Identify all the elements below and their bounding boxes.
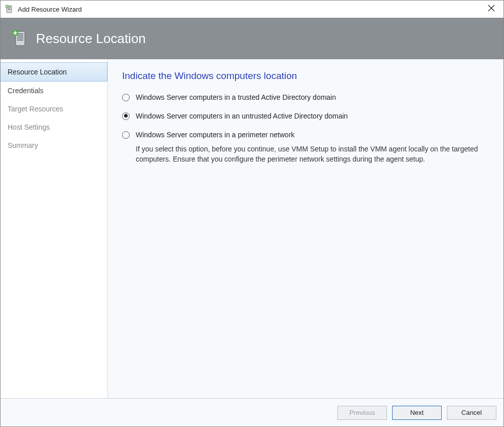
radio-icon [122, 94, 130, 101]
wizard-sidebar: Resource Location Credentials Target Res… [1, 59, 108, 398]
radio-option-trusted-domain[interactable]: Windows Server computers in a trusted Ac… [122, 93, 489, 102]
radio-label: Windows Server computers in a perimeter … [136, 130, 295, 140]
cancel-button[interactable]: Cancel [447, 406, 496, 420]
svg-rect-9 [17, 40, 23, 41]
svg-rect-7 [17, 35, 23, 36]
titlebar: Add Resource Wizard [1, 1, 503, 18]
sidebar-step-summary[interactable]: Summary [1, 136, 107, 154]
radio-icon [122, 112, 130, 120]
banner-heading: Resource Location [36, 31, 146, 47]
radio-option-perimeter-network[interactable]: Windows Server computers in a perimeter … [122, 130, 489, 140]
sidebar-step-host-settings[interactable]: Host Settings [1, 118, 107, 136]
radio-label: Windows Server computers in an untrusted… [136, 111, 348, 121]
perimeter-help-text: If you select this option, before you co… [136, 144, 489, 165]
wizard-banner: Resource Location [1, 18, 503, 59]
app-server-icon [5, 5, 14, 14]
wizard-body: Resource Location Credentials Target Res… [1, 59, 503, 398]
close-icon [488, 5, 495, 14]
wizard-footer: Previous Next Cancel [1, 398, 503, 426]
sidebar-step-target-resources[interactable]: Target Resources [1, 100, 107, 118]
svg-rect-8 [17, 37, 23, 38]
svg-rect-2 [8, 8, 11, 9]
svg-rect-3 [8, 9, 11, 10]
close-button[interactable] [481, 2, 501, 16]
radio-icon [122, 131, 130, 139]
banner-server-icon [11, 29, 29, 48]
radio-label: Windows Server computers in a trusted Ac… [136, 93, 336, 102]
next-button[interactable]: Next [392, 406, 442, 420]
window-title: Add Resource Wizard [18, 6, 481, 13]
radio-option-untrusted-domain[interactable]: Windows Server computers in an untrusted… [122, 111, 489, 121]
wizard-content: Indicate the Windows computers location … [108, 59, 503, 398]
sidebar-step-credentials[interactable]: Credentials [1, 82, 107, 100]
previous-button[interactable]: Previous [337, 406, 387, 420]
sidebar-step-resource-location[interactable]: Resource Location [1, 62, 107, 82]
content-heading: Indicate the Windows computers location [122, 70, 489, 82]
